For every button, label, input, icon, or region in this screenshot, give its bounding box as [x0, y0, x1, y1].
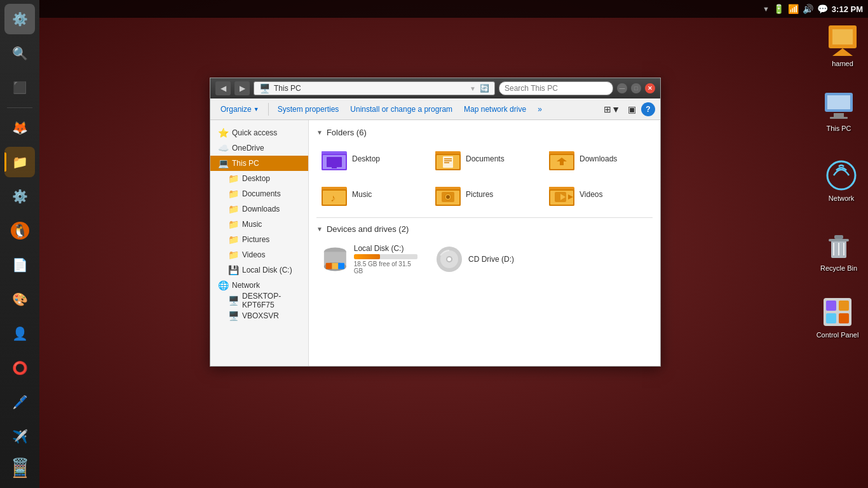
- recycle-label: Recycle Bin: [820, 264, 857, 273]
- drives-arrow[interactable]: ▼: [316, 226, 323, 233]
- taskbar-paint[interactable]: 🎨: [4, 284, 35, 315]
- forward-button[interactable]: ▶: [234, 81, 250, 95]
- taskbar-pencil[interactable]: 🖊️: [4, 387, 35, 417]
- drives-label: Devices and drives (2): [327, 224, 409, 234]
- taskbar-search[interactable]: 🔍: [4, 38, 35, 69]
- sidebar-item-network[interactable]: 🌐 Network: [210, 278, 308, 293]
- help-button[interactable]: ?: [641, 102, 655, 116]
- taskbar-ubuntu[interactable]: 🐧: [4, 215, 35, 246]
- videos-folder-label: Videos: [580, 190, 602, 199]
- network-sidebar-icon: 🌐: [218, 280, 228, 290]
- onedrive-icon: ☁️: [218, 143, 228, 153]
- content-area: ⭐ Quick access ☁️ OneDrive 💻 This PC 📁 D…: [210, 120, 660, 366]
- view-toggle-button[interactable]: ▣: [625, 101, 639, 118]
- topbar-arrow[interactable]: ▼: [763, 5, 770, 13]
- desktop-icon-thispc[interactable]: This PC: [813, 89, 864, 133]
- videos-folder-icon: [549, 183, 574, 206]
- taskbar-workspaces[interactable]: ⬛: [4, 72, 35, 103]
- uninstall-button[interactable]: Uninstall or change a program: [345, 101, 458, 118]
- file-view: ▼ Folders (6) Desktop: [309, 120, 660, 366]
- organize-button[interactable]: Organize ▼: [215, 101, 264, 118]
- pictures-sidebar-label: Pictures: [242, 235, 269, 244]
- map-network-button[interactable]: Map network drive: [459, 101, 531, 118]
- sidebar-item-pictures[interactable]: 📁 Pictures: [210, 232, 308, 247]
- this-pc-sidebar-label: This PC: [232, 159, 259, 168]
- folder-pictures[interactable]: Pictures: [430, 179, 539, 210]
- documents-sidebar-icon: 📁: [228, 189, 238, 199]
- close-button[interactable]: ✕: [645, 83, 655, 93]
- svg-rect-38: [560, 161, 564, 165]
- music-sidebar-icon: 📁: [228, 219, 238, 229]
- desktop-sidebar-icon: 📁: [228, 173, 238, 184]
- sidebar-item-quick-access[interactable]: ⭐ Quick access: [210, 125, 308, 140]
- taskbar-files[interactable]: 📁: [4, 147, 35, 177]
- documents-folder-label: Documents: [466, 154, 505, 163]
- address-bar: ◀ ▶ 🖥️ This PC ▼ 🔄: [215, 81, 613, 95]
- sidebar-item-documents[interactable]: 📁 Documents: [210, 186, 308, 201]
- taskbar-settings[interactable]: ⚙️: [4, 4, 35, 34]
- desktop-icon-network[interactable]: Network: [816, 159, 867, 203]
- sidebar-item-downloads[interactable]: 📁 Downloads: [210, 201, 308, 217]
- svg-rect-47: [435, 187, 444, 189]
- svg-point-50: [446, 195, 450, 199]
- topbar-network-icon: 📶: [788, 4, 799, 14]
- svg-rect-10: [834, 235, 843, 239]
- taskbar-contacts[interactable]: 👤: [4, 318, 35, 349]
- downloads-folder-icon: [549, 147, 574, 170]
- network-label: Network: [829, 194, 854, 203]
- videos-sidebar-label: Videos: [242, 250, 265, 259]
- more-button[interactable]: »: [532, 101, 547, 118]
- system-properties-button[interactable]: System properties: [273, 101, 344, 118]
- taskbar-settings2[interactable]: ⚙️: [4, 181, 35, 212]
- drives-section-header: ▼ Devices and drives (2): [316, 224, 653, 234]
- taskbar-text-editor[interactable]: 📄: [4, 250, 35, 280]
- folder-music[interactable]: ♪ Music: [316, 179, 425, 210]
- folders-arrow[interactable]: ▼: [316, 129, 323, 136]
- taskbar-trash[interactable]: 🗑️: [4, 451, 35, 481]
- sidebar-item-local-disk[interactable]: 💾 Local Disk (C:): [210, 262, 308, 278]
- folder-desktop[interactable]: Desktop: [316, 144, 425, 174]
- maximize-button[interactable]: □: [631, 83, 641, 93]
- desktop-folder-label: Desktop: [352, 154, 380, 163]
- local-disk-sidebar-icon: 💾: [228, 265, 238, 275]
- sidebar-item-videos[interactable]: 📁 Videos: [210, 247, 308, 262]
- desktop-icon-control-panel[interactable]: Control Panel: [812, 295, 863, 339]
- svg-rect-54: [549, 187, 558, 189]
- sidebar-item-desktop[interactable]: 📁 Desktop: [210, 171, 308, 186]
- local-disk-sidebar-label: Local Disk (C:): [242, 266, 292, 274]
- svg-rect-22: [322, 151, 330, 154]
- desktop-icon-recycle[interactable]: Recycle Bin: [813, 229, 864, 273]
- minimize-button[interactable]: —: [617, 83, 627, 93]
- sidebar-item-vboxsvr[interactable]: 🖥️ VBOXSVR: [210, 308, 308, 323]
- topbar-messages: 💬: [817, 4, 828, 14]
- topbar-volume: 🔊: [803, 4, 813, 14]
- svg-rect-5: [834, 113, 844, 117]
- taskbar-system[interactable]: ⭕: [4, 353, 35, 383]
- address-input[interactable]: 🖥️ This PC ▼ 🔄: [254, 81, 495, 95]
- disk-progress-fill: [354, 254, 380, 259]
- sidebar-item-desktop-kpt[interactable]: 🖥️ DESKTOP-KPT6F75: [210, 293, 308, 308]
- svg-rect-23: [327, 157, 342, 167]
- back-button[interactable]: ◀: [215, 81, 231, 95]
- network-sidebar-label: Network: [232, 281, 260, 290]
- folder-videos[interactable]: Videos: [544, 179, 653, 210]
- cd-drive-icon: [435, 245, 463, 273]
- address-text: This PC: [274, 84, 301, 93]
- sidebar-item-onedrive[interactable]: ☁️ OneDrive: [210, 140, 308, 156]
- sidebar-item-music[interactable]: 📁 Music: [210, 217, 308, 232]
- sidebar-item-this-pc[interactable]: 💻 This PC: [210, 156, 308, 171]
- drive-cd[interactable]: CD Drive (D:): [430, 240, 539, 278]
- videos-sidebar-icon: 📁: [228, 250, 238, 260]
- folder-downloads[interactable]: Downloads: [544, 144, 653, 174]
- view-details-button[interactable]: ⊞▼: [601, 101, 623, 118]
- folder-documents[interactable]: Documents: [430, 144, 539, 174]
- quick-access-label: Quick access: [232, 128, 277, 137]
- downloads-sidebar-label: Downloads: [242, 205, 280, 214]
- cd-drive-name: CD Drive (D:): [468, 255, 514, 264]
- control-panel-label: Control Panel: [817, 331, 859, 339]
- taskbar-planner[interactable]: ✈️: [4, 421, 35, 452]
- search-input[interactable]: [499, 81, 613, 95]
- taskbar-firefox[interactable]: 🦊: [4, 112, 35, 143]
- drive-local-disk[interactable]: Local Disk (C:) 18.5 GB free of 31.5 GB: [316, 240, 425, 278]
- desktop-icon-hamed[interactable]: hamed: [817, 24, 868, 68]
